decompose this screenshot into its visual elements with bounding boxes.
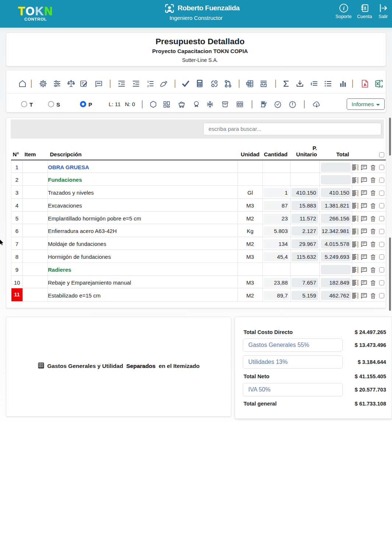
svg-text:2: 2: [147, 84, 149, 88]
svg-text:i: i: [343, 5, 344, 11]
svg-text:1: 1: [147, 80, 149, 83]
